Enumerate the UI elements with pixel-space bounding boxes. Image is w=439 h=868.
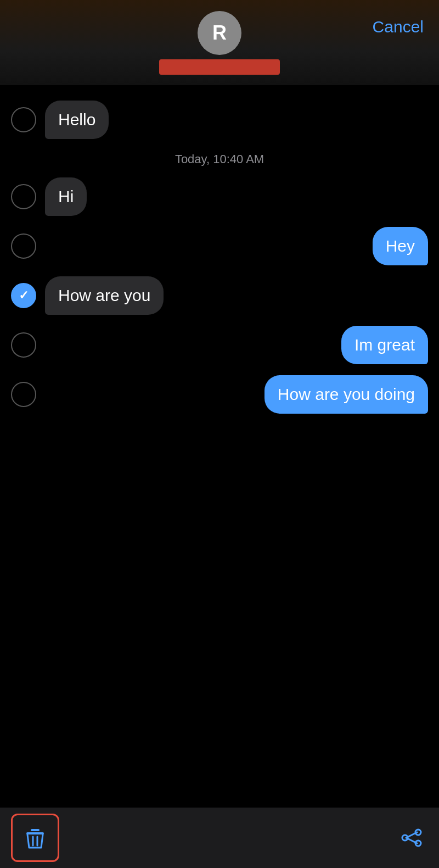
contact-name-bar [159, 59, 280, 75]
svg-rect-1 [31, 829, 40, 831]
message-bubble: Hey [373, 227, 428, 265]
timestamp: Today, 10:40 AM [0, 146, 439, 173]
message-select-checkbox-hello[interactable] [11, 107, 36, 132]
list-item: Hey [0, 222, 439, 270]
svg-point-4 [415, 830, 421, 835]
message-select-checkbox-how-are-you-doing[interactable] [11, 382, 36, 407]
share-icon [396, 824, 425, 852]
svg-rect-0 [26, 832, 44, 834]
svg-point-6 [402, 835, 408, 841]
list-item: How are you [0, 272, 439, 319]
header: R Cancel [0, 0, 439, 85]
message-select-checkbox-hi[interactable] [11, 184, 36, 209]
message-bubble: Hello [45, 101, 109, 139]
cancel-button[interactable]: Cancel [373, 18, 424, 36]
message-select-checkbox-im-great[interactable] [11, 332, 36, 358]
list-item: Im great [0, 321, 439, 369]
message-bubble: How are you [45, 276, 164, 315]
avatar: R [198, 11, 241, 55]
list-item: How are you doing [0, 371, 439, 418]
message-select-checkbox-how-are-you[interactable] [11, 283, 36, 308]
svg-point-5 [415, 841, 421, 846]
message-select-checkbox-hey[interactable] [11, 233, 36, 259]
delete-button[interactable] [11, 814, 59, 862]
message-bubble: Im great [341, 326, 428, 364]
list-item: Hi [0, 173, 439, 220]
message-bubble: Hi [45, 177, 87, 216]
bottom-toolbar [0, 808, 439, 868]
list-item: Hello [0, 96, 439, 143]
messages-area: Hello Today, 10:40 AM Hi Hey How are you [0, 85, 439, 821]
message-bubble: How are you doing [264, 375, 428, 414]
trash-icon [22, 825, 48, 851]
share-button[interactable] [393, 820, 428, 855]
